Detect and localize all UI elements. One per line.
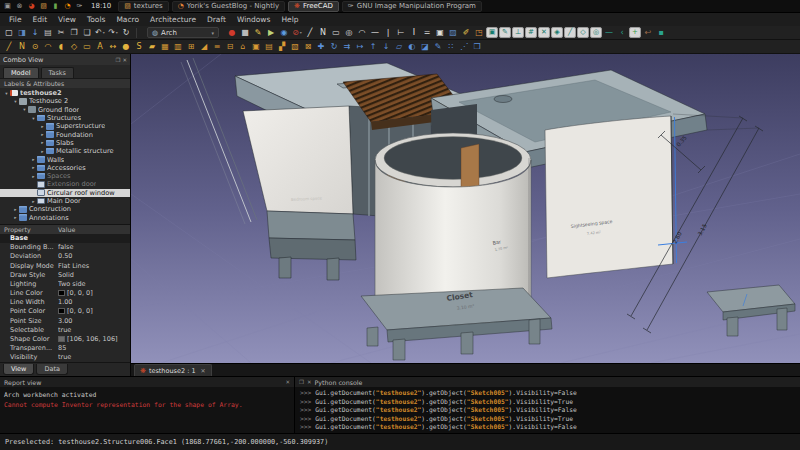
- arch-frame-button[interactable]: ⊠: [302, 41, 314, 53]
- view-section-button[interactable]: ◳: [473, 27, 485, 39]
- constraint-horizontal-button[interactable]: —: [369, 27, 381, 39]
- tree-item[interactable]: ▸ Construction: [0, 205, 130, 213]
- property-row[interactable]: Line Width 1.00: [0, 298, 130, 307]
- snap-parallel-button[interactable]: ◈: [551, 27, 563, 38]
- menu-item[interactable]: Help: [281, 15, 298, 24]
- arch-building-button[interactable]: ▣: [250, 41, 262, 53]
- terminal-icon[interactable]: ▮: [51, 2, 60, 11]
- taskbar-window-guestblog[interactable]: ◔ Yorik's GuestBlog - Nightly: [172, 1, 285, 12]
- constraint-lock-button[interactable]: ▣: [434, 27, 446, 39]
- property-row[interactable]: Bounding B... false: [0, 243, 130, 252]
- draft-ellipse-button[interactable]: ◖: [55, 41, 67, 53]
- menu-item[interactable]: Edit: [33, 15, 48, 24]
- tree-item[interactable]: ▸ Metallic structure: [0, 147, 130, 155]
- refresh-button[interactable]: ↻: [120, 27, 132, 39]
- paste-button[interactable]: ❏: [81, 27, 93, 39]
- expand-arrow-icon[interactable]: ▸: [30, 165, 37, 170]
- tree-item[interactable]: ▸ Slabs: [0, 139, 130, 147]
- draft-offset-button[interactable]: ⇉: [341, 41, 353, 53]
- arch-panel-button[interactable]: ▧: [289, 41, 301, 53]
- menu-item[interactable]: File: [9, 15, 22, 24]
- draft-arc-button[interactable]: ◠: [42, 41, 54, 53]
- document-tab[interactable]: ❋ testhouse2 : 1 ✕: [134, 364, 212, 376]
- tree-item[interactable]: ▸ Accessories: [0, 164, 130, 172]
- tree-item[interactable]: ▾ Structures: [0, 114, 130, 122]
- constraint-equal-button[interactable]: =: [421, 27, 433, 39]
- sketch-circle-button[interactable]: ◎: [343, 27, 355, 39]
- property-view-tab[interactable]: Data: [36, 364, 68, 375]
- draft-circle-button[interactable]: ⊙: [29, 41, 41, 53]
- axis-cross-button[interactable]: ⊘: [291, 27, 303, 39]
- taskbar-window-freecad[interactable]: ❋ FreeCAD: [288, 1, 339, 12]
- snap-endpoint-button[interactable]: ✎: [499, 27, 511, 38]
- gimp-launcher-icon[interactable]: ✑: [75, 2, 84, 11]
- macro-record-button[interactable]: ●: [226, 27, 238, 39]
- draft-wire-button[interactable]: Ν: [16, 41, 28, 53]
- snap-extension-button[interactable]: ╱: [564, 27, 576, 38]
- save-button[interactable]: ↓: [29, 27, 41, 39]
- redo-button[interactable]: ↷: [107, 27, 119, 39]
- draft-mirror-button[interactable]: ◐: [406, 41, 418, 53]
- sketch-line-button[interactable]: ╱: [304, 27, 316, 39]
- draft-move-button[interactable]: ✚: [315, 41, 327, 53]
- draft-rectangle-button[interactable]: ▭: [81, 41, 93, 53]
- arch-stairs-button[interactable]: ▞: [276, 41, 288, 53]
- expand-arrow-icon[interactable]: ▾: [3, 91, 10, 96]
- snap-grid-button[interactable]: #: [525, 27, 537, 38]
- expand-arrow-icon[interactable]: ▾: [30, 116, 37, 121]
- draft-to-sketch-button[interactable]: ✎: [432, 41, 444, 53]
- arch-roof-button[interactable]: ◢: [198, 41, 210, 53]
- draft-clone-button[interactable]: ❒: [471, 41, 483, 53]
- arch-window-button[interactable]: ⊞: [185, 41, 197, 53]
- expand-arrow-icon[interactable]: ▸: [30, 157, 37, 162]
- menu-item[interactable]: Architecture: [150, 15, 196, 24]
- draft-rotate-button[interactable]: ↻: [328, 41, 340, 53]
- expand-arrow-icon[interactable]: ▸: [30, 199, 37, 204]
- tree-item[interactable]: ▸ Walls: [0, 155, 130, 163]
- 3d-scene[interactable]: 0.35 2.60 3.15 Bedroom space Closet 3.10…: [131, 54, 800, 363]
- expand-arrow-icon[interactable]: ▾: [12, 99, 19, 104]
- browser-icon[interactable]: ◔: [63, 2, 72, 11]
- property-row[interactable]: Point Color [0, 0, 0]: [0, 307, 130, 316]
- expand-arrow-icon[interactable]: ▸: [30, 174, 37, 179]
- property-row[interactable]: Point Size 3.00: [0, 316, 130, 325]
- expand-arrow-icon[interactable]: ▸: [39, 124, 46, 129]
- python-console-log[interactable]: >>> Gui.getDocument("testhouse2").getObj…: [295, 387, 800, 433]
- snap-intersection-button[interactable]: ✕: [538, 27, 550, 38]
- combo-view-tab[interactable]: Tasks: [41, 67, 74, 78]
- nav-style-button[interactable]: ◉: [278, 27, 290, 39]
- menu-item[interactable]: Macro: [116, 15, 139, 24]
- snap-toggle-button[interactable]: +: [629, 27, 641, 38]
- draft-array-button[interactable]: ∷: [445, 41, 457, 53]
- app-launcher-swirl-icon[interactable]: ◕: [27, 2, 36, 11]
- undo-button[interactable]: ↶: [94, 27, 106, 39]
- macro-stop-button[interactable]: ■: [239, 27, 251, 39]
- taskbar-window-gimp[interactable]: ✑ GNU Image Manipulation Program: [342, 1, 482, 12]
- constraint-vertical-button[interactable]: ❘: [382, 27, 394, 39]
- 3d-viewport[interactable]: 0.35 2.60 3.15 Bedroom space Closet 3.10…: [131, 54, 800, 363]
- expand-arrow-icon[interactable]: ▾: [21, 107, 28, 112]
- toggle-construction-button[interactable]: ▨: [447, 27, 459, 39]
- menu-item[interactable]: View: [58, 15, 76, 24]
- draft-line-button[interactable]: ╱: [3, 41, 15, 53]
- property-row[interactable]: Transparen... 85: [0, 344, 130, 353]
- toggle-grid-button[interactable]: ▪: [655, 27, 667, 39]
- new-file-button[interactable]: ▢: [3, 27, 15, 39]
- tree-item[interactable]: ▸ Superstructure: [0, 122, 130, 130]
- expand-arrow-icon[interactable]: ▸: [39, 132, 46, 137]
- snap-working-plane-button[interactable]: ‹: [616, 27, 628, 39]
- property-row[interactable]: Line Color [0, 0, 0]: [0, 289, 130, 298]
- draft-scale-button[interactable]: ▱: [393, 41, 405, 53]
- tree-item[interactable]: ▾ Testhouse 2: [0, 97, 130, 105]
- draft-trimex-button[interactable]: ↦: [354, 41, 366, 53]
- arch-wall-button[interactable]: ▦: [159, 41, 171, 53]
- property-row[interactable]: Draw Style Solid: [0, 270, 130, 279]
- expand-arrow-icon[interactable]: ▸: [39, 140, 46, 145]
- tree-item[interactable]: ▾ Ground floor: [0, 106, 130, 114]
- print-button[interactable]: ▤: [42, 27, 54, 39]
- draft-downgrade-button[interactable]: ↓: [380, 41, 392, 53]
- float-panel-icon[interactable]: ❐: [115, 57, 120, 63]
- draft-polygon-button[interactable]: ◇: [68, 41, 80, 53]
- close-panel-icon[interactable]: ✕: [122, 57, 127, 63]
- property-row[interactable]: Shape Color [106, 106, 106]: [0, 334, 130, 343]
